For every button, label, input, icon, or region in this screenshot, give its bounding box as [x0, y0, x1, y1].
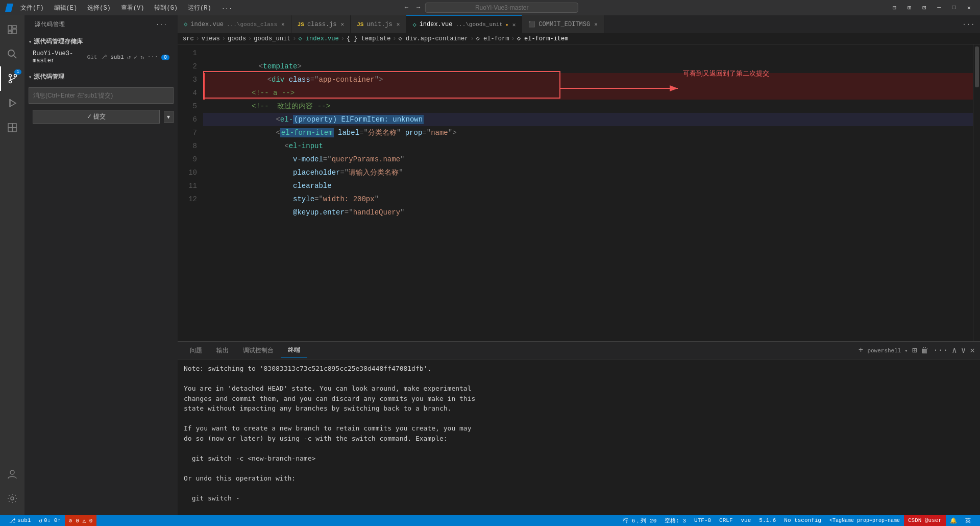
repo-action-sync[interactable]: ↻ — [140, 54, 144, 61]
sidebar-overflow-btn[interactable]: ··· — [156, 21, 167, 28]
status-spaces[interactable]: 空格: 3 — [660, 515, 690, 526]
nav-forward[interactable]: → — [413, 3, 423, 12]
status-errors[interactable]: ⊘ 0 △ 0 — [65, 515, 96, 526]
tab-close-2[interactable]: ✕ — [397, 21, 400, 28]
activity-item-search[interactable] — [0, 42, 24, 66]
activity-item-source-control[interactable]: 1 — [0, 66, 24, 91]
title-bar-right: ⊟ ⊞ ⊡ ─ □ ✕ — [889, 2, 975, 14]
panel-terminal-selector[interactable]: powershell ▾ — [867, 347, 908, 354]
tab-index-vue-goods-unit[interactable]: ◇ index.vue ...\goods_unit ● ✕ — [406, 15, 522, 33]
menu-select[interactable]: 选择(S) — [84, 3, 114, 13]
tab-close-4[interactable]: ✕ — [594, 21, 598, 28]
commit-dropdown-btn[interactable]: ▾ — [164, 111, 174, 123]
window-close-btn[interactable]: ✕ — [963, 2, 975, 14]
status-lang[interactable]: vue — [737, 515, 755, 526]
sidebar-repos-header[interactable]: ▾ 源代码管理存储库 — [24, 35, 178, 48]
code-content[interactable]: <template> <div class="app-container"> <… — [203, 44, 973, 341]
breadcrumb-template[interactable]: { } template — [347, 35, 390, 42]
panel-split-terminal[interactable]: ⊞ — [912, 345, 917, 355]
repo-action-more[interactable]: ··· — [147, 54, 158, 61]
status-notify[interactable]: 🔔 — [946, 515, 961, 526]
repo-action-check[interactable]: ✓ — [134, 54, 137, 61]
commit-button[interactable]: ✓ 提交 — [33, 110, 160, 124]
activity-item-explorer[interactable] — [0, 17, 24, 42]
tab-close-1[interactable]: ✕ — [341, 21, 345, 28]
breadcrumb-el-form[interactable]: ◇ el-form — [476, 35, 509, 42]
svg-rect-13 — [12, 128, 16, 132]
status-ime[interactable]: 英 — [961, 515, 975, 526]
panel-tab-output[interactable]: 输出 — [209, 343, 236, 358]
status-version[interactable]: 5.1.6 — [755, 515, 780, 526]
window-minimize-btn[interactable]: ─ — [933, 2, 945, 13]
status-sync[interactable]: ↺ 0↓ 0↑ — [35, 515, 65, 526]
terminal-line-1: Note: switching to '83083313c73c521c895c… — [184, 364, 974, 374]
activity-item-run[interactable] — [0, 91, 24, 115]
breadcrumb-index-vue[interactable]: ◇ index.vue — [298, 35, 338, 42]
activity-item-extensions[interactable] — [0, 115, 24, 140]
breadcrumb-sep-7: › — [470, 35, 474, 42]
lang-text: vue — [741, 517, 751, 523]
breadcrumb-el-form-item[interactable]: ◇ el-form-item — [517, 35, 569, 42]
panel-maximize[interactable]: ∧ — [952, 345, 957, 355]
activity-item-account[interactable] — [0, 462, 24, 486]
terminal-line-10: git switch -c <new-branch-name> — [184, 453, 974, 464]
window-layout-btn[interactable]: ⊟ — [889, 2, 900, 14]
menu-run[interactable]: 运行(R) — [185, 3, 214, 13]
title-search-input[interactable] — [425, 3, 578, 13]
branch-icon: ⎇ — [9, 517, 16, 524]
svg-line-5 — [14, 56, 17, 59]
tab-commit-editmsg[interactable]: ⬛ COMMIT_EDITMSG ✕ — [522, 15, 604, 33]
breadcrumb-src[interactable]: src — [183, 35, 194, 42]
tab-close-3[interactable]: ✕ — [512, 21, 516, 28]
menu-goto[interactable]: 转到(G) — [151, 3, 181, 13]
status-branch[interactable]: ⎇ sub1 — [5, 515, 35, 526]
terminal-line-11 — [184, 463, 974, 473]
window-restore-btn[interactable]: □ — [948, 2, 960, 13]
repo-item-ruoyi[interactable]: RuoYi-Vue3-master Git ⎇ sub1 ↺ ✓ ↻ ··· 0 — [24, 48, 178, 66]
panel-add-terminal[interactable]: + — [859, 346, 864, 355]
tab-icon-4: ⬛ — [528, 21, 535, 28]
menu-view[interactable]: 查看(V) — [118, 3, 148, 13]
tab-icon-2: JS — [357, 21, 363, 28]
breadcrumb-views[interactable]: views — [202, 35, 220, 42]
nav-back[interactable]: ← — [402, 3, 411, 12]
panel-tab-problems[interactable]: 问题 — [183, 343, 209, 358]
tab-class-js[interactable]: JS class.js ✕ — [291, 15, 351, 33]
status-csdn[interactable]: CSDN @user — [904, 515, 946, 526]
status-eol[interactable]: CRLF — [715, 515, 737, 526]
tab-label-1: class.js — [307, 21, 337, 28]
breadcrumb-div-app[interactable]: ◇ div.app-container — [399, 35, 469, 42]
repo-action-refresh[interactable]: ↺ — [127, 54, 131, 61]
menu-file[interactable]: 文件(F) — [17, 3, 47, 13]
breadcrumb-goods[interactable]: goods — [228, 35, 246, 42]
tab-index-vue-goods-class[interactable]: ◇ index.vue ...\goods_class ✕ — [178, 15, 291, 33]
menu-edit[interactable]: 编辑(E) — [51, 3, 81, 13]
status-line-col[interactable]: 行 6，列 20 — [619, 515, 660, 526]
breadcrumb-sep-8: › — [511, 35, 514, 42]
panel-tab-terminal[interactable]: 终端 — [281, 343, 307, 358]
status-encoding[interactable]: UTF-8 — [690, 515, 715, 526]
breadcrumb-goods-unit[interactable]: goods_unit — [254, 35, 290, 42]
window-split-btn[interactable]: ⊞ — [903, 2, 915, 14]
menu-more[interactable]: ... — [218, 3, 236, 12]
sidebar-srcctrl-header[interactable]: ▾ 源代码管理 — [24, 70, 178, 83]
panel-more[interactable]: ··· — [933, 346, 948, 355]
status-bar: ⎇ sub1 ↺ 0↓ 0↑ ⊘ 0 △ 0 行 6，列 20 空格: 3 UT… — [0, 515, 980, 526]
panel-minimize[interactable]: ∨ — [961, 345, 966, 355]
commit-message-input[interactable] — [29, 87, 174, 104]
status-tagname[interactable]: <TagName prop=prop-name — [825, 515, 904, 526]
encoding-text: UTF-8 — [694, 517, 711, 523]
tab-close-0[interactable]: ✕ — [281, 21, 285, 28]
panel-tab-debug[interactable]: 调试控制台 — [236, 343, 281, 358]
tsconfig-text: No tsconfig — [784, 517, 821, 523]
panel-close[interactable]: ✕ — [970, 345, 975, 355]
terminal-content[interactable]: Note: switching to '83083313c73c521c895c… — [178, 360, 980, 515]
tab-unit-js[interactable]: JS unit.js ✕ — [351, 15, 406, 33]
editor-scrollbar[interactable] — [973, 44, 980, 341]
panel-kill-terminal[interactable]: 🗑 — [921, 346, 929, 355]
tab-overflow-menu[interactable]: ··· — [957, 15, 980, 33]
status-tsconfig[interactable]: No tsconfig — [780, 515, 825, 526]
activity-item-settings[interactable] — [0, 486, 24, 511]
tab-label-4: COMMIT_EDITMSG — [538, 21, 590, 28]
window-layout2-btn[interactable]: ⊡ — [918, 2, 930, 14]
